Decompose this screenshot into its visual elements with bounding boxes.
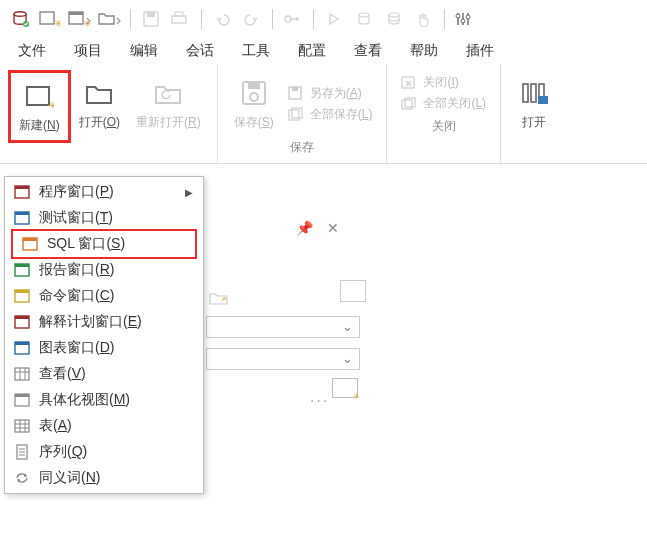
dd-item-label: 报告窗口(R) (39, 261, 114, 279)
svg-rect-2 (40, 12, 54, 24)
open-label: 打开(O) (79, 114, 120, 131)
svg-rect-47 (15, 368, 29, 380)
dd-item-4[interactable]: 命令窗口(C) (5, 283, 203, 309)
saveall-button: 全部保存(L) (288, 106, 373, 123)
menu-edit[interactable]: 编辑 (130, 42, 158, 60)
group-save-label: 保存 (290, 137, 314, 158)
dd-item-label: 同义词(N) (39, 469, 100, 487)
dd-item-9[interactable]: 表(A) (5, 413, 203, 439)
window-icon (13, 183, 31, 201)
dd-item-6[interactable]: 图表窗口(D) (5, 335, 203, 361)
dd-item-10[interactable]: 序列(Q) (5, 439, 203, 465)
svg-rect-20 (248, 82, 260, 89)
dd-item-7[interactable]: 查看(V) (5, 361, 203, 387)
svg-point-16 (466, 15, 470, 19)
db-icon[interactable] (6, 5, 34, 33)
new-doc-icon[interactable]: ✳ (36, 5, 64, 33)
close-icon[interactable]: ✕ (327, 220, 339, 236)
dd-item-1[interactable]: 测试窗口(T) (5, 205, 203, 231)
svg-rect-9 (172, 16, 186, 23)
svg-rect-8 (147, 12, 155, 17)
table-icon (13, 365, 31, 383)
sliders-icon[interactable] (451, 5, 479, 33)
menu-plugin[interactable]: 插件 (466, 42, 494, 60)
separator (130, 9, 131, 29)
key-small-icon (208, 288, 232, 308)
menu-view[interactable]: 查看 (354, 42, 382, 60)
dd-item-label: 命令窗口(C) (39, 287, 114, 305)
svg-rect-40 (15, 264, 29, 267)
dd-item-2[interactable]: SQL 窗口(S) (11, 229, 197, 259)
dd-item-11[interactable]: 同义词(N) (5, 465, 203, 491)
svg-rect-49 (15, 394, 29, 397)
svg-rect-28 (405, 98, 415, 107)
svg-rect-36 (15, 212, 29, 215)
svg-rect-23 (292, 87, 298, 91)
svg-rect-46 (15, 342, 29, 345)
menubar: 文件 项目 编辑 会话 工具 配置 查看 帮助 插件 (0, 38, 647, 64)
svg-rect-32 (538, 96, 548, 104)
separator (313, 9, 314, 29)
pin-icon[interactable]: 📌 (296, 220, 313, 236)
new-window-icon[interactable]: ✳ (66, 5, 94, 33)
dd-item-label: 程序窗口(P) (39, 183, 114, 201)
dd-item-label: 查看(V) (39, 365, 86, 383)
dd-item-label: 序列(Q) (39, 443, 87, 461)
svg-point-11 (285, 16, 291, 22)
dd-item-label: 表(A) (39, 417, 72, 435)
dropdown-field-1[interactable]: ⌄ (206, 316, 360, 338)
new-thumb-icon[interactable] (332, 378, 358, 398)
new-dropdown-menu: 程序窗口(P)▶测试窗口(T)SQL 窗口(S)报告窗口(R)命令窗口(C)解释… (4, 176, 204, 494)
menu-config[interactable]: 配置 (298, 42, 326, 60)
menu-project[interactable]: 项目 (74, 42, 102, 60)
new-label: 新建(N) (19, 117, 60, 134)
window-icon (13, 339, 31, 357)
sync-icon (13, 469, 31, 487)
svg-point-21 (250, 93, 258, 101)
dd-item-label: SQL 窗口(S) (47, 235, 125, 253)
svg-text:✳: ✳ (83, 18, 91, 28)
save-label: 保存(S) (234, 114, 274, 131)
undo-icon (208, 5, 236, 33)
db2-icon (350, 5, 378, 33)
dropdown-field-2[interactable]: ⌄ (206, 348, 360, 370)
svg-point-0 (14, 11, 26, 15)
dd-item-0[interactable]: 程序窗口(P)▶ (5, 179, 203, 205)
reopen-button: 重新打开(R) (128, 70, 209, 143)
db3-icon (380, 5, 408, 33)
menu-help[interactable]: 帮助 (410, 42, 438, 60)
window-icon (13, 287, 31, 305)
open-folder-icon[interactable] (96, 5, 124, 33)
dd-item-8[interactable]: 具体化视图(M) (5, 387, 203, 413)
window-icon (13, 261, 31, 279)
svg-rect-42 (15, 290, 29, 293)
open2-button[interactable]: 打开 (509, 70, 559, 137)
new-button[interactable]: ✳ 新建(N) (8, 70, 71, 143)
dd-item-3[interactable]: 报告窗口(R) (5, 257, 203, 283)
open2-label: 打开 (522, 114, 546, 131)
svg-rect-38 (23, 238, 37, 241)
svg-rect-27 (402, 100, 412, 109)
window-icon (21, 235, 39, 253)
play-icon (320, 5, 348, 33)
dd-item-label: 解释计划窗口(E) (39, 313, 142, 331)
print-icon (167, 5, 195, 33)
small-box (340, 280, 366, 302)
svg-rect-17 (27, 87, 49, 105)
menu-session[interactable]: 会话 (186, 42, 214, 60)
redo-icon (238, 5, 266, 33)
menu-file[interactable]: 文件 (18, 42, 46, 60)
open-button[interactable]: 打开(O) (71, 70, 128, 143)
closeall-button: 全部关闭(L) (401, 95, 486, 112)
dd-item-5[interactable]: 解释计划窗口(E) (5, 309, 203, 335)
close-button: 关闭(I) (401, 74, 486, 91)
window-icon (13, 313, 31, 331)
window-icon (13, 391, 31, 409)
ellipsis-icon[interactable]: ... (310, 388, 329, 406)
reopen-label: 重新打开(R) (136, 114, 201, 131)
dd-item-label: 图表窗口(D) (39, 339, 114, 357)
group-close-label: 关闭 (432, 116, 456, 137)
menu-tools[interactable]: 工具 (242, 42, 270, 60)
save-icon (137, 5, 165, 33)
dd-item-label: 测试窗口(T) (39, 209, 113, 227)
